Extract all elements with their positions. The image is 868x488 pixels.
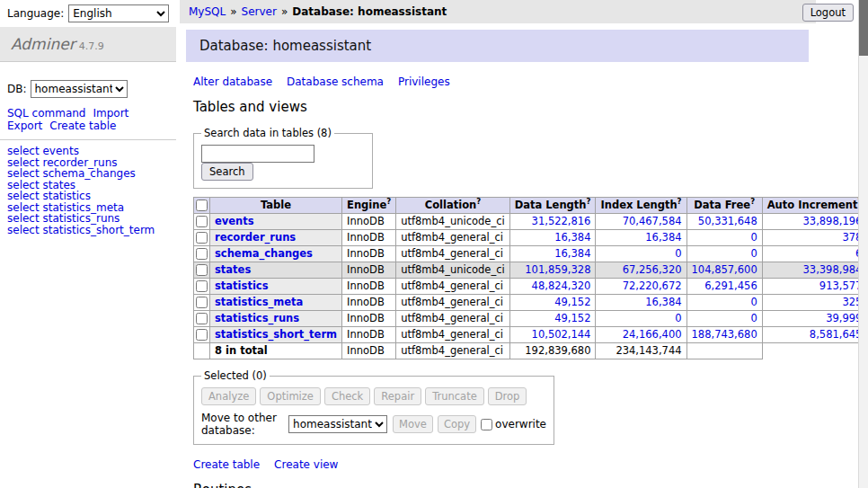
repair-button[interactable]: Repair	[374, 387, 421, 405]
check-all-checkbox[interactable]	[196, 200, 208, 211]
search-button[interactable]: Search	[201, 163, 253, 181]
row-checkbox-cell	[194, 230, 210, 246]
data-length-link[interactable]: 49,152	[554, 296, 590, 308]
scrollbar-thumb[interactable]	[859, 0, 868, 56]
sidebar-divider	[0, 139, 176, 140]
table-name-link[interactable]: recorder_runs	[215, 231, 296, 244]
auto-increment-link[interactable]: 33,898,196	[803, 215, 863, 227]
database-schema-link[interactable]: Database schema	[287, 75, 384, 88]
data-free-cell: 188,743,680	[686, 327, 762, 343]
table-name-link[interactable]: statistics_meta	[215, 296, 303, 308]
row-checkbox[interactable]	[196, 297, 208, 308]
collation-cell: utf8mb4_general_ci	[396, 327, 510, 343]
app-header: Adminer4.7.9	[0, 27, 176, 62]
data-length-link[interactable]: 31,522,816	[532, 215, 591, 227]
import-link[interactable]: Import	[93, 107, 128, 120]
data-free-link[interactable]: 0	[750, 312, 757, 324]
column-header-table: Table	[210, 198, 342, 214]
index-length-link[interactable]: 16,384	[645, 231, 681, 244]
row-checkbox[interactable]	[196, 264, 208, 276]
index-length-link[interactable]: 70,467,584	[623, 215, 682, 227]
sidebar-table-link[interactable]: select schema_changes	[7, 168, 176, 180]
data-length-link[interactable]: 101,859,328	[525, 263, 590, 276]
column-header-data-free: Data Free?	[686, 198, 762, 214]
table-name-link[interactable]: events	[215, 215, 254, 227]
sql-command-link[interactable]: SQL command	[7, 107, 85, 120]
data-length-link[interactable]: 10,502,144	[532, 328, 591, 341]
row-checkbox[interactable]	[196, 232, 208, 244]
auto-increment-cell: 8,581,645	[762, 327, 867, 343]
table-name-link[interactable]: schema_changes	[215, 247, 313, 260]
privileges-link[interactable]: Privileges	[398, 75, 450, 88]
search-input[interactable]	[201, 145, 314, 163]
auto-increment-link[interactable]: 8,581,645	[810, 328, 863, 341]
database-actions: Alter databaseDatabase schemaPrivileges	[193, 76, 815, 88]
data-free-link[interactable]: 104,857,600	[692, 263, 757, 276]
check-button[interactable]: Check	[324, 387, 370, 405]
row-checkbox[interactable]	[196, 313, 208, 324]
export-link[interactable]: Export	[7, 120, 42, 132]
help-icon[interactable]: ?	[476, 197, 481, 206]
data-free-link[interactable]: 0	[750, 231, 757, 244]
data-length-cell: 49,152	[509, 311, 596, 327]
row-checkbox[interactable]	[196, 248, 208, 260]
language-select[interactable]: English	[68, 4, 169, 22]
data-free-link[interactable]: 6,291,456	[704, 279, 757, 292]
help-icon[interactable]: ?	[750, 197, 755, 206]
sidebar-table-link[interactable]: select events	[7, 146, 176, 157]
logout-button[interactable]: Logout	[802, 4, 854, 22]
column-header-data-length: Data Length?	[509, 198, 596, 214]
auto-increment-cell: 39,999	[762, 311, 867, 327]
table-name-link[interactable]: statistics	[215, 279, 269, 292]
auto-increment-link[interactable]: 39,999	[826, 312, 862, 324]
adminer-logo[interactable]: Adminer	[11, 35, 75, 53]
index-length-link[interactable]: 0	[675, 247, 681, 260]
row-checkbox[interactable]	[196, 216, 208, 227]
overwrite-control: overwrite	[481, 418, 546, 430]
engine-cell: InnoDB	[342, 327, 396, 343]
index-length-cell: 24,166,400	[596, 327, 686, 343]
table-name-link[interactable]: statistics_short_term	[215, 328, 337, 341]
truncate-button[interactable]: Truncate	[425, 387, 484, 405]
copy-button[interactable]: Copy	[438, 415, 476, 433]
breadcrumb-server-link[interactable]: Server	[242, 5, 277, 18]
index-length-link[interactable]: 0	[675, 312, 681, 324]
create-table-link[interactable]: Create table	[193, 458, 260, 471]
help-icon[interactable]: ?	[587, 197, 591, 206]
db-select[interactable]: homeassistant	[31, 80, 128, 98]
sidebar-create-table-link[interactable]: Create table	[49, 120, 116, 132]
table-name-link[interactable]: statistics_runs	[215, 312, 299, 324]
index-length-link[interactable]: 67,256,320	[623, 263, 682, 276]
data-free-link[interactable]: 0	[750, 247, 757, 260]
index-length-link[interactable]: 16,384	[645, 296, 681, 308]
row-checkbox[interactable]	[196, 280, 208, 292]
data-length-link[interactable]: 48,824,320	[532, 279, 591, 292]
data-free-link[interactable]: 0	[750, 296, 757, 308]
optimize-button[interactable]: Optimize	[260, 387, 321, 405]
index-length-link[interactable]: 72,220,672	[623, 279, 682, 292]
help-icon[interactable]: ?	[678, 197, 682, 206]
data-length-link[interactable]: 16,384	[554, 231, 590, 244]
table-name-link[interactable]: states	[215, 263, 251, 276]
data-length-link[interactable]: 16,384	[554, 247, 590, 260]
auto-increment-link[interactable]: 913,577	[819, 279, 863, 292]
alter-database-link[interactable]: Alter database	[193, 75, 272, 88]
sidebar-table-link[interactable]: select statistics_short_term	[7, 225, 176, 236]
overwrite-checkbox[interactable]	[481, 419, 492, 430]
sidebar-table-link[interactable]: select statistics	[7, 191, 176, 202]
data-free-link[interactable]: 188,743,680	[692, 328, 757, 341]
drop-button[interactable]: Drop	[488, 387, 527, 405]
row-checkbox[interactable]	[196, 329, 208, 341]
sidebar-table-link[interactable]: select statistics_runs	[7, 213, 176, 225]
move-button[interactable]: Move	[393, 415, 433, 433]
move-db-select[interactable]: homeassistant	[288, 415, 387, 433]
breadcrumb-mysql-link[interactable]: MySQL	[189, 5, 226, 18]
scrollbar[interactable]	[858, 0, 868, 488]
help-icon[interactable]: ?	[386, 197, 391, 206]
analyze-button[interactable]: Analyze	[201, 387, 256, 405]
index-length-link[interactable]: 24,166,400	[623, 328, 682, 341]
data-free-link[interactable]: 50,331,648	[698, 215, 757, 227]
data-length-link[interactable]: 49,152	[554, 312, 590, 324]
auto-increment-link[interactable]: 33,398,984	[803, 263, 863, 276]
create-view-link[interactable]: Create view	[274, 458, 338, 471]
